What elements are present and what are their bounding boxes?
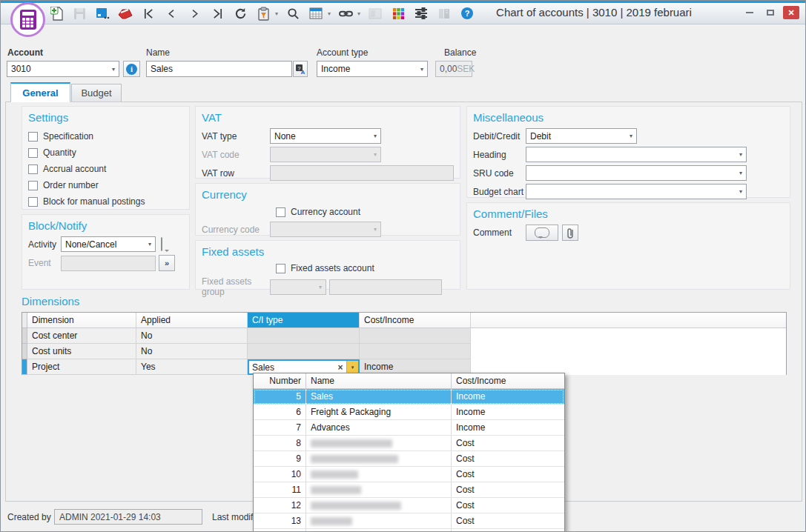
account-type-caret-icon[interactable]: ▾ (417, 66, 423, 73)
popup-row[interactable]: 13 Cost (254, 513, 564, 529)
checkbox-icon[interactable] (28, 181, 38, 190)
new-record-icon[interactable] (48, 5, 65, 21)
heading-caret-icon[interactable]: ▾ (739, 151, 742, 158)
maximize-button[interactable] (762, 6, 779, 19)
popup-cell-name-redacted[interactable] (306, 482, 452, 497)
popup-cell-cost-income[interactable]: Cost (452, 451, 564, 466)
activity-comment-icon[interactable] (161, 238, 162, 251)
last-record-icon[interactable] (209, 5, 225, 21)
checkbox-specification[interactable]: Specification (28, 128, 183, 144)
popup-row[interactable]: 6 Freight & Packaging Income (254, 405, 564, 420)
activity-combobox[interactable]: None/Cancel ▾ (61, 236, 156, 252)
attach-file-button[interactable] (562, 225, 578, 241)
popup-row[interactable]: 11 Cost (254, 482, 564, 498)
popup-cell-number[interactable]: 6 (254, 405, 306, 419)
budget-chart-combobox[interactable]: ▾ (526, 184, 747, 199)
grid-dropdown-caret[interactable]: ▾ (328, 10, 331, 17)
popup-cell-name[interactable]: Sales (306, 389, 452, 404)
translate-name-button[interactable]: ?A (293, 61, 308, 77)
popup-cell-name-redacted[interactable] (306, 451, 452, 466)
popup-cell-name[interactable]: Freight & Packaging (306, 405, 452, 419)
checkbox-quantity[interactable]: Quantity (28, 144, 183, 161)
next-record-icon[interactable] (186, 5, 202, 21)
popup-cell-name-redacted[interactable] (306, 436, 452, 450)
save-icon[interactable] (71, 5, 87, 21)
account-type-combobox[interactable]: Income ▾ (317, 61, 428, 77)
budget-chart-caret-icon[interactable]: ▾ (739, 188, 742, 195)
activity-caret-icon[interactable]: ▾ (148, 241, 151, 247)
checkbox-icon[interactable] (276, 264, 285, 273)
preview-icon[interactable] (367, 5, 383, 21)
checkbox-accrual-account[interactable]: Accrual account (28, 161, 183, 177)
popup-cell-cost-income[interactable]: Income (452, 420, 564, 435)
previous-record-icon[interactable] (163, 5, 179, 21)
layout-settings-icon[interactable] (413, 5, 429, 21)
col-applied[interactable]: Applied (136, 313, 248, 328)
delete-icon[interactable] (117, 5, 133, 21)
popup-cell-name-redacted[interactable] (306, 513, 452, 528)
popup-cell-cost-income[interactable]: Cost (452, 436, 564, 450)
link-dropdown-caret[interactable]: ▾ (357, 10, 360, 17)
popup-row[interactable]: 10 Cost (254, 467, 564, 482)
popup-cell-number[interactable]: 5 (254, 389, 306, 404)
popup-cell-number[interactable]: 11 (254, 482, 306, 497)
comment-bubble-button[interactable] (526, 225, 558, 241)
fixed-assets-account-checkbox[interactable]: Fixed assets account (276, 262, 454, 274)
account-combobox[interactable]: 3010 ▾ (7, 61, 119, 77)
popup-cell-cost-income[interactable]: Cost (452, 529, 564, 532)
popup-cell-cost-income[interactable]: Cost (452, 467, 564, 482)
popup-row[interactable]: 9 Cost (254, 451, 564, 467)
grid-view-icon[interactable] (308, 5, 324, 21)
popup-row[interactable]: 12 Cost (254, 498, 564, 513)
checkbox-icon[interactable] (28, 164, 38, 174)
name-input[interactable]: Sales (146, 61, 292, 77)
checkbox-order-number[interactable]: Order number (28, 177, 183, 193)
popup-col-cost-income[interactable]: Cost/Income (452, 373, 564, 388)
account-info-button[interactable]: i (123, 61, 140, 77)
popup-cell-name-redacted[interactable] (306, 529, 452, 532)
cell-dimension[interactable]: Cost units (27, 344, 136, 359)
checkbox-icon[interactable] (276, 207, 285, 217)
paste-dropdown-caret[interactable]: ▾ (275, 10, 278, 17)
debit-credit-caret-icon[interactable]: ▾ (630, 133, 632, 139)
grid-row-cost-units[interactable]: Cost units No (22, 344, 786, 359)
currency-account-checkbox[interactable]: Currency account (276, 205, 454, 219)
popup-row-selected[interactable]: 5 Sales Income (254, 389, 564, 405)
popup-cell-number[interactable]: 13 (254, 513, 306, 528)
color-theme-icon[interactable] (390, 5, 406, 21)
tab-budget[interactable]: Budget (71, 84, 122, 102)
vat-type-caret-icon[interactable]: ▾ (374, 133, 377, 139)
debit-credit-combobox[interactable]: Debit ▾ (526, 128, 637, 144)
heading-combobox[interactable]: ▾ (526, 147, 747, 162)
link-icon[interactable] (337, 5, 354, 21)
tab-general[interactable]: General (10, 82, 70, 102)
checkbox-icon[interactable] (28, 148, 38, 158)
save-layout-icon[interactable] (94, 5, 110, 21)
popup-cell-number[interactable]: 12 (254, 498, 306, 513)
col-dimension[interactable]: Dimension (27, 313, 136, 328)
editor-dropdown-icon[interactable]: ▾ (346, 361, 358, 373)
cell-dimension[interactable]: Project (27, 359, 136, 375)
popup-cell-name-redacted[interactable] (306, 467, 452, 482)
popup-cell-cost-income[interactable]: Cost (452, 513, 564, 528)
grid-row-cost-center[interactable]: Cost center No (22, 328, 786, 344)
cell-applied[interactable]: Yes (136, 359, 248, 375)
event-more-button[interactable]: » (159, 255, 175, 271)
popup-cell-cost-income[interactable]: Cost (452, 498, 564, 513)
popup-cell-number[interactable]: 14 (254, 529, 306, 532)
search-icon[interactable] (285, 5, 301, 21)
vat-type-combobox[interactable]: None ▾ (270, 128, 381, 144)
refresh-icon[interactable] (232, 5, 248, 21)
popup-row[interactable]: 14 Cost (254, 529, 564, 532)
popup-cell-number[interactable]: 8 (254, 436, 306, 450)
minimize-button[interactable] (741, 6, 758, 19)
cell-applied[interactable]: No (136, 344, 248, 359)
popup-cell-number[interactable]: 7 (254, 420, 306, 435)
sru-code-combobox[interactable]: ▾ (526, 165, 747, 181)
sru-caret-icon[interactable]: ▾ (739, 170, 742, 176)
col-ci-type[interactable]: C/I type (248, 313, 360, 328)
col-cost-income[interactable]: Cost/Income (360, 313, 471, 328)
popup-col-name[interactable]: Name (306, 373, 452, 388)
first-record-icon[interactable] (140, 5, 156, 21)
popup-cell-number[interactable]: 10 (254, 467, 306, 482)
